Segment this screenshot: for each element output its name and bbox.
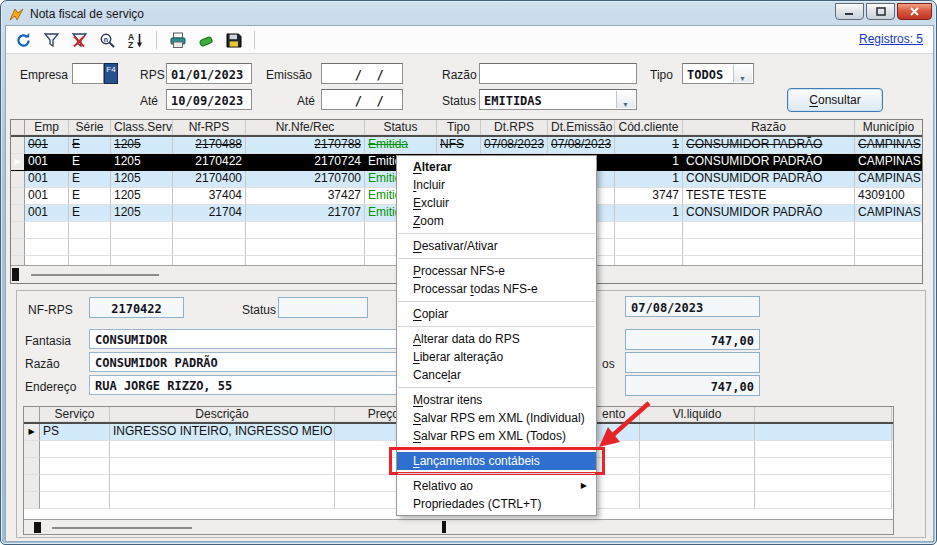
menu-item-incluir[interactable]: Incluir — [397, 176, 596, 194]
column-header[interactable]: Nr.Nfe/Rec — [246, 120, 365, 135]
clear-filter-icon[interactable] — [70, 31, 89, 50]
maximize-button[interactable] — [866, 3, 895, 20]
table-row[interactable]: 001E120521704882170788EmitidaNFS07/08/20… — [11, 137, 922, 154]
menu-item-excluir[interactable]: Excluir — [397, 194, 596, 212]
valor-servicos-field[interactable]: 747,00 — [625, 329, 760, 350]
menu-item-desativar-ativar[interactable]: Desativar/Ativar — [397, 237, 596, 255]
emissao-from-input[interactable]: / / — [321, 63, 403, 84]
rps-to-input[interactable]: 10/09/2023 — [166, 89, 252, 110]
empresa-lookup-button[interactable]: F4 — [104, 63, 118, 84]
column-header[interactable]: Dt.Emissão — [548, 120, 615, 135]
menu-item-salvar-rps-em-xml-individual[interactable]: Salvar RPS em XML (Individual) — [397, 409, 596, 427]
menu-item-propriedades-ctrl-t[interactable]: Propriedades (CTRL+T) — [397, 495, 596, 513]
ate-label-2: Até — [297, 94, 315, 108]
menu-item-zoom[interactable]: Zoom — [397, 212, 596, 230]
menu-separator — [397, 323, 596, 330]
column-header[interactable]: Série — [69, 120, 111, 135]
menu-item-alterar-data-do-rps[interactable]: Alterar data do RPS — [397, 330, 596, 348]
sort-icon[interactable]: AZ — [126, 31, 145, 50]
ate-label-1: Até — [140, 94, 158, 108]
razao-filter-label: Razão — [442, 68, 477, 82]
column-header[interactable]: Nf-RPS — [173, 120, 246, 135]
menu-item-relativo-ao[interactable]: Relativo ao▶ — [397, 477, 596, 495]
column-header[interactable]: Tipo — [437, 120, 481, 135]
save-icon[interactable] — [224, 31, 243, 50]
nfrps-field[interactable]: 2170422 — [89, 297, 184, 318]
menu-item-salvar-rps-em-xml-todos[interactable]: Salvar RPS em XML (Todos) — [397, 427, 596, 445]
consultar-button[interactable]: Consultar — [787, 88, 883, 112]
filter-icon[interactable] — [42, 31, 61, 50]
detail-status-field[interactable] — [278, 297, 368, 318]
menu-separator — [397, 255, 596, 262]
nfrps-label: NF-RPS — [28, 303, 73, 317]
column-header[interactable]: Class.Serv. — [111, 120, 173, 135]
svg-text:Z: Z — [128, 40, 133, 49]
toolbar-separator — [254, 31, 255, 49]
column-header[interactable]: Status — [365, 120, 437, 135]
filter-panel: Empresa F4 RPS 01/01/2023 Até 10/09/2023… — [6, 54, 933, 119]
column-header[interactable]: Razão — [683, 120, 855, 135]
grid-header-row: EmpSérieClass.Serv.Nf-RPSNr.Nfe/RecStatu… — [11, 120, 922, 137]
razao-filter-input[interactable] — [479, 63, 637, 84]
column-header[interactable]: Cód.cliente — [615, 120, 683, 135]
app-icon — [9, 7, 25, 22]
toolbar: nAZ Registros: 5 — [6, 26, 933, 54]
chevron-down-icon[interactable] — [616, 91, 635, 108]
minimize-button[interactable] — [835, 3, 864, 20]
detail-status-label: Status — [242, 303, 276, 317]
status-filter-label: Status — [442, 94, 476, 108]
emissao-to-input[interactable]: / / — [321, 89, 403, 110]
fantasia-label: Fantasia — [25, 334, 71, 348]
menu-separator — [397, 384, 596, 391]
tipo-label: Tipo — [650, 68, 673, 82]
menu-item-mostrar-itens[interactable]: Mostrar itens — [397, 391, 596, 409]
toolbar-separator — [156, 31, 157, 49]
column-header[interactable]: Descrição — [110, 407, 335, 422]
column-header[interactable] — [755, 407, 892, 422]
close-button[interactable] — [897, 3, 932, 20]
submenu-arrow-icon: ▶ — [581, 477, 587, 495]
column-header[interactable]: Emp — [25, 120, 69, 135]
endereco-label: Endereço — [25, 380, 76, 394]
menu-item-liberar-altera-o[interactable]: Liberar alteração — [397, 348, 596, 366]
rps-from-input[interactable]: 01/01/2023 — [166, 63, 252, 84]
empresa-label: Empresa — [20, 68, 68, 82]
empresa-input[interactable] — [72, 63, 104, 84]
svg-text:n: n — [104, 35, 108, 42]
window-title: Nota fiscal de serviço — [30, 7, 144, 21]
menu-item-alterar[interactable]: Alterar — [397, 158, 596, 176]
valor-meio-field[interactable] — [625, 352, 760, 373]
valor-liquido-field[interactable]: 747,00 — [625, 375, 760, 396]
print-icon[interactable] — [168, 31, 187, 50]
status-select[interactable]: EMITIDAS — [479, 89, 637, 110]
menu-item-copiar[interactable]: Copiar — [397, 305, 596, 323]
menu-separator — [397, 470, 596, 477]
menu-separator — [397, 298, 596, 305]
caret — [442, 521, 446, 533]
tipo-select[interactable]: TODOS — [682, 63, 754, 84]
rps-date-field[interactable]: 07/08/2023 — [625, 296, 760, 317]
emissao-label: Emissão — [266, 68, 312, 82]
search-icon[interactable]: n — [98, 31, 117, 50]
menu-item-processar-nfs-e[interactable]: Processar NFS-e — [397, 262, 596, 280]
menu-item-processar-todas-nfs-e[interactable]: Processar todas NFS-e — [397, 280, 596, 298]
column-header[interactable]: Município — [855, 120, 923, 135]
menu-separator — [397, 445, 596, 452]
context-menu: AlterarIncluirExcluirZoomDesativar/Ativa… — [396, 155, 597, 516]
erase-icon[interactable] — [196, 31, 215, 50]
column-header[interactable]: Vl.liquido — [640, 407, 755, 422]
detail-razao-label: Razão — [25, 357, 60, 371]
label-fragment: os — [602, 357, 615, 371]
chevron-down-icon[interactable] — [733, 65, 752, 82]
items-horizontal-scrollbar[interactable] — [24, 519, 893, 534]
registros-link[interactable]: Registros: 5 — [859, 32, 923, 46]
rps-label: RPS — [140, 68, 165, 82]
menu-item-cancelar[interactable]: Cancelar — [397, 366, 596, 384]
title-bar[interactable]: Nota fiscal de serviço — [5, 3, 932, 25]
menu-item-lan-amentos-cont-beis[interactable]: Lançamentos contábeis — [397, 452, 596, 470]
menu-separator — [397, 230, 596, 237]
column-header[interactable]: Dt.RPS — [481, 120, 548, 135]
refresh-icon[interactable] — [14, 31, 33, 50]
column-header[interactable]: Serviço — [40, 407, 110, 422]
